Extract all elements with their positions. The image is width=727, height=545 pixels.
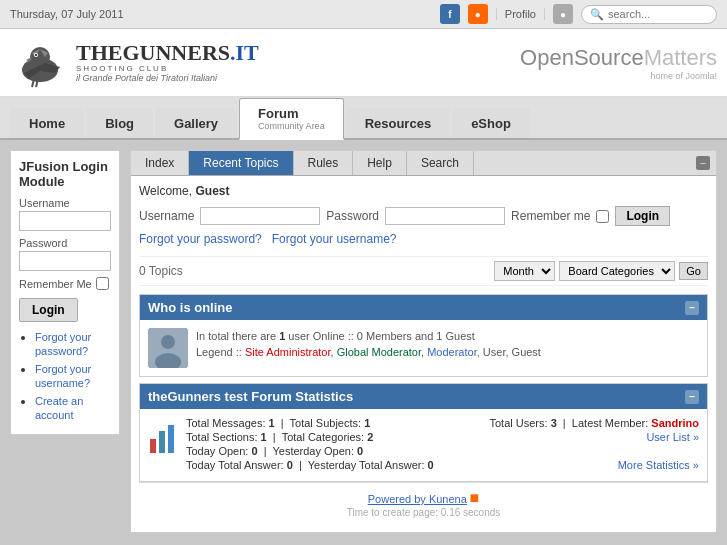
collapse-stats-icon[interactable]: – (685, 390, 699, 404)
latest-member-val[interactable]: Sandrino (651, 417, 699, 429)
nav-blog[interactable]: Blog (86, 108, 153, 138)
bar-chart-svg (148, 417, 176, 455)
stats-right-1: Total Users: 3 | Latest Member: Sandrino (489, 417, 699, 429)
tab-help[interactable]: Help (353, 151, 407, 175)
nav-eshop-label: eShop (471, 116, 511, 131)
sidebar-create-account-link[interactable]: Create an account (35, 395, 83, 421)
topics-count: 0 Topics (139, 264, 183, 278)
tab-index[interactable]: Index (131, 151, 189, 175)
collapse-online-icon[interactable]: – (685, 301, 699, 315)
total-users-label: Total Users: (489, 417, 547, 429)
profile-link[interactable]: Profilo (496, 8, 545, 20)
avatar-icon (148, 328, 188, 368)
stats-left-3: Today Open: 0 | Yesterday Open: 0 (186, 445, 699, 457)
nav-home[interactable]: Home (10, 108, 84, 138)
rss-icon2-top[interactable]: ● (553, 4, 573, 24)
forum-username-label: Username (139, 209, 194, 223)
nav-home-label: Home (29, 116, 65, 131)
online-members: 0 Members (357, 330, 412, 342)
nav-forum[interactable]: Forum Community Area (239, 98, 344, 140)
total-messages-val: 1 (269, 417, 275, 429)
stats-section: theGunners test Forum Statistics – (139, 383, 708, 482)
stats-right-4: More Statistics » (618, 459, 699, 471)
forgot-username-link[interactable]: Forgot your username? (272, 232, 397, 246)
nav-eshop[interactable]: eShop (452, 108, 530, 138)
online-content: In total there are 1 user Online :: 0 Me… (140, 320, 707, 376)
sidebar-forgot-password-link[interactable]: Forgot your password? (35, 331, 91, 357)
board-filter: 0 Topics Month Board Categories Go (139, 256, 708, 286)
month-select[interactable]: Month (494, 261, 555, 281)
collapse-forum-icon[interactable]: – (696, 156, 710, 170)
more-stats-link[interactable]: More Statistics » (618, 459, 699, 471)
forum-username-input[interactable] (200, 207, 320, 225)
nav-resources-label: Resources (365, 116, 431, 131)
powered-link[interactable]: Powered by Kunena (368, 493, 467, 505)
nav-forum-sub: Community Area (258, 121, 325, 131)
forum-content: Index Recent Topics Rules Help Search – … (130, 150, 717, 533)
powered-by: Powered by Kunena ■ (145, 489, 702, 507)
admin-legend: Site Administrator (245, 346, 331, 358)
stats-row-1: Total Messages: 1 | Total Subjects: 1 To… (186, 417, 699, 429)
tab-search[interactable]: Search (407, 151, 474, 175)
logo-subtitle: SHOOTING CLUB (76, 64, 259, 73)
total-users-val: 3 (551, 417, 557, 429)
yesterday-total-label: Yesterday Total Answer: (308, 459, 425, 471)
sidebar-username-input[interactable] (19, 211, 111, 231)
stats-left-4: Today Total Answer: 0 | Yesterday Total … (186, 459, 618, 471)
online-guests: 1 Guest (436, 330, 475, 342)
total-categories-val: 2 (367, 431, 373, 443)
forum-tabs: Index Recent Topics Rules Help Search – (131, 151, 716, 176)
rss-footer-icon: ■ (470, 489, 480, 506)
welcome-label: Welcome, (139, 184, 192, 198)
legend-row: Legend :: Site Administrator, Global Mod… (196, 346, 541, 358)
stats-right-2: User List » (646, 431, 699, 443)
forgot-password-link[interactable]: Forgot your password? (139, 232, 262, 246)
user-list-link[interactable]: User List » (646, 431, 699, 443)
facebook-icon[interactable]: f (440, 4, 460, 24)
board-filter-right: Month Board Categories Go (494, 261, 708, 281)
rss-icon-top[interactable]: ● (468, 4, 488, 24)
opensource-title: OpenSourceMatters (520, 45, 717, 71)
today-total-val: 0 (287, 459, 293, 471)
nav-blog-label: Blog (105, 116, 134, 131)
stats-table: Total Messages: 1 | Total Subjects: 1 To… (186, 417, 699, 473)
sidebar-remember-row: Remember Me (19, 277, 111, 290)
forum-remember-checkbox[interactable] (596, 210, 609, 223)
sidebar-login-button[interactable]: Login (19, 298, 78, 322)
date-display: Thursday, 07 July 2011 (10, 8, 124, 20)
stats-row-2: Total Sections: 1 | Total Categories: 2 … (186, 431, 699, 443)
online-and: and (415, 330, 433, 342)
mod-legend: Moderator (427, 346, 477, 358)
board-categories-select[interactable]: Board Categories (559, 261, 675, 281)
today-total-label: Today Total Answer: (186, 459, 284, 471)
stats-chart-icon (148, 417, 178, 458)
search-input[interactable] (608, 8, 708, 20)
user-legend: User (483, 346, 506, 358)
nav-forum-label: Forum (258, 106, 298, 121)
nav-bar: Home Blog Gallery Forum Community Area R… (0, 98, 727, 140)
total-subjects-val: 1 (364, 417, 370, 429)
search-box: 🔍 (581, 5, 717, 24)
sidebar-forgot-username-link[interactable]: Forgot your username? (35, 363, 91, 389)
forum-tab-icons: – (690, 151, 716, 175)
nav-resources[interactable]: Resources (346, 108, 450, 138)
site-header: THEGUNNERS.IT SHOOTING CLUB il Grande Po… (0, 29, 727, 98)
tab-recent-topics[interactable]: Recent Topics (189, 151, 293, 175)
nav-gallery[interactable]: Gallery (155, 108, 237, 138)
tab-rules[interactable]: Rules (294, 151, 354, 175)
total-sections-val: 1 (261, 431, 267, 443)
sidebar: JFusion Login Module Username Password R… (10, 150, 120, 533)
go-button[interactable]: Go (679, 262, 708, 280)
sidebar-remember-checkbox[interactable] (96, 277, 109, 290)
forum-login-button[interactable]: Login (615, 206, 670, 226)
forum-password-label: Password (326, 209, 379, 223)
online-text2: user Online :: (288, 330, 353, 342)
opensource-matters: Matters (644, 45, 717, 70)
logo-tagline: il Grande Portale dei Tiratori Italiani (76, 73, 259, 83)
forum-password-input[interactable] (385, 207, 505, 225)
svg-point-12 (161, 335, 175, 349)
logo-area: THEGUNNERS.IT SHOOTING CLUB il Grande Po… (10, 35, 259, 90)
forum-login-row: Username Password Remember me Login (139, 206, 708, 226)
remember-label: Remember Me (19, 278, 92, 290)
sidebar-password-input[interactable] (19, 251, 111, 271)
